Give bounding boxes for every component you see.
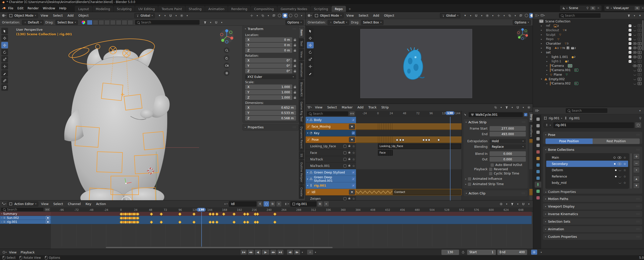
dropdown[interactable]: ▾ <box>502 13 507 18</box>
properties-tab-particles[interactable] <box>535 168 541 175</box>
viewport-menu-view[interactable]: View <box>39 13 50 18</box>
id-type-icon[interactable]: ▾ <box>544 123 552 127</box>
magnet-icon[interactable] <box>168 13 173 18</box>
top-menu-render[interactable]: Render <box>25 6 41 11</box>
eye-toggle[interactable] <box>632 42 637 45</box>
check-toggle[interactable]: ✓ <box>628 46 632 49</box>
axis-row-y[interactable]: Y0.533 m <box>245 110 296 115</box>
expander-icon[interactable]: ▸ <box>541 47 543 49</box>
chevron-down-icon[interactable]: ▾ <box>307 119 308 121</box>
grid-toggle-icon[interactable] <box>224 70 230 76</box>
delete-scene-button[interactable]: ✕ <box>597 6 600 10</box>
properties-search-input[interactable]: Search <box>565 108 608 113</box>
properties-tab-output[interactable] <box>535 129 541 135</box>
dropdown[interactable]: ▾ <box>266 13 271 18</box>
check-toggle[interactable]: ✓ <box>628 55 632 59</box>
track-checkbox[interactable]: ✓ <box>352 184 355 187</box>
shading-rendered[interactable] <box>294 13 299 18</box>
playback-checkbox[interactable] <box>489 172 492 175</box>
nla-menu-strip[interactable]: Strip <box>379 105 391 110</box>
lock-icon[interactable] <box>294 45 296 46</box>
axis-field[interactable]: Y0° <box>245 63 292 68</box>
tool-tweak[interactable] <box>307 28 314 34</box>
nla-playhead[interactable] <box>450 117 450 200</box>
dopesheet-hscrollbar[interactable] <box>106 247 333 248</box>
funnel-icon[interactable] <box>203 20 208 25</box>
jump-start-button[interactable]: ▮◀ <box>240 249 247 255</box>
workspace-tab-animation[interactable]: Animation <box>205 6 228 12</box>
action-clip-panel[interactable]: ▾Action Clip:::: <box>464 190 528 196</box>
overlay-icon[interactable] <box>260 13 265 18</box>
properties-tab-object-data[interactable] <box>535 182 541 188</box>
outliner-row-light-1-001[interactable]: ▸light-1.0012✓ <box>533 55 642 59</box>
tool-add-primitive[interactable] <box>1 84 8 91</box>
proportional-icon[interactable] <box>526 105 531 110</box>
bone-collection-move-up-button[interactable]: ▲ <box>633 176 640 182</box>
bone-collection-specials-button[interactable]: ▾ <box>633 167 640 173</box>
strip-field-out[interactable]: Out0.000 <box>465 157 526 162</box>
expander-icon[interactable]: ▸ <box>546 65 549 67</box>
sidebar-tab-tool[interactable]: Tool <box>299 39 304 48</box>
camera-viewport-menu-view[interactable]: View <box>344 13 356 18</box>
nla-tab-strip[interactable]: Strip <box>529 112 533 122</box>
outliner-row-camera[interactable]: ▸Camera <box>533 64 642 68</box>
active-strip-panel-header[interactable]: ▾Active Strip:::: <box>463 119 528 125</box>
pan-hand-icon[interactable] <box>224 55 230 61</box>
star-icon[interactable]: ☆ <box>623 181 626 185</box>
nla-editor-type-button[interactable]: ▾ <box>307 105 312 110</box>
nla-menu-track[interactable]: Track <box>366 105 379 110</box>
properties-tab-bone[interactable] <box>535 188 541 194</box>
channel-select-icon[interactable] <box>46 216 50 220</box>
shading-material[interactable] <box>288 13 293 18</box>
lock-icon[interactable] <box>348 146 350 147</box>
push-down-icon[interactable]: ▼ <box>349 190 355 195</box>
properties-options-button[interactable]: ▾ <box>637 108 642 113</box>
eye-open-icon[interactable] <box>618 156 621 159</box>
dropdown[interactable]: ▾ <box>499 105 504 110</box>
dropdown[interactable]: ▾ <box>299 13 304 18</box>
tool-annotate[interactable] <box>1 70 8 77</box>
magnet-icon[interactable] <box>521 201 526 207</box>
chevron-down-icon[interactable]: ▾ <box>307 132 308 134</box>
strip-field-blend-in[interactable]: Blend In0.000 <box>465 151 526 156</box>
expander-open-icon[interactable]: ▾ <box>541 78 543 80</box>
outliner-row-blockout[interactable]: ▸Blockout▽4✓ <box>533 28 642 33</box>
tool-tweak[interactable] <box>1 28 8 34</box>
tool-rotate[interactable] <box>1 49 8 55</box>
viewport-menu-add[interactable]: Add <box>66 13 76 18</box>
expander-icon[interactable]: ▸ <box>546 69 549 71</box>
tool-scale[interactable] <box>1 56 8 63</box>
nla-track-nlatrack[interactable]: NlaTrack☆ <box>306 156 356 163</box>
axis-row-z[interactable]: Z0 m <box>245 48 296 53</box>
slot-icon[interactable]: ▾ <box>284 201 289 207</box>
camera-toggle[interactable] <box>637 51 642 54</box>
strip-field-frame-start[interactable]: Frame Start277.000 <box>465 126 526 131</box>
axis-row-x[interactable]: X0° <box>245 58 296 63</box>
nla-menu-select[interactable]: Select <box>325 105 339 110</box>
workspace-tab-rendering[interactable]: Rendering <box>228 6 251 12</box>
panel-viewport-display[interactable]: ▸Viewport Display:::: <box>543 203 642 210</box>
current-frame-badge[interactable]: 130 <box>197 208 206 212</box>
zoom-icon[interactable] <box>224 47 230 53</box>
camera-toggle[interactable] <box>637 69 642 72</box>
shading-solid-on[interactable] <box>282 13 287 18</box>
expander-icon[interactable]: ▸ <box>546 73 549 76</box>
outliner-row-ref[interactable]: ▸ref2✓ <box>533 24 642 28</box>
jump-end-button[interactable]: ▶▮ <box>277 249 284 255</box>
push-down-icon[interactable]: ▼ <box>349 124 355 129</box>
pin-icon[interactable]: ⚲ <box>639 116 641 120</box>
dropdown[interactable]: ▾ <box>219 20 224 25</box>
expander-icon[interactable]: ▸ <box>546 60 549 63</box>
gizmo-icon[interactable] <box>249 13 254 18</box>
row-checkbox[interactable] <box>468 183 471 186</box>
viewport-mode-selector[interactable]: Object Mode▾ <box>7 13 38 18</box>
axis-field[interactable]: Y0 m <box>245 43 292 47</box>
frame-back-button[interactable]: ◀▮ <box>287 249 293 255</box>
axis-field[interactable]: Y1.000 <box>245 90 292 95</box>
bone-collection-add-button[interactable]: + <box>633 153 640 159</box>
play-button[interactable]: ▶ <box>262 249 270 255</box>
viewport-options-button[interactable]: Options▾ <box>285 20 304 25</box>
data-name-field[interactable]: rig.001 <box>553 122 634 128</box>
nla-track-pose[interactable]: Pose▼ <box>306 136 356 143</box>
sidebar-tab-view[interactable]: View <box>299 49 304 60</box>
